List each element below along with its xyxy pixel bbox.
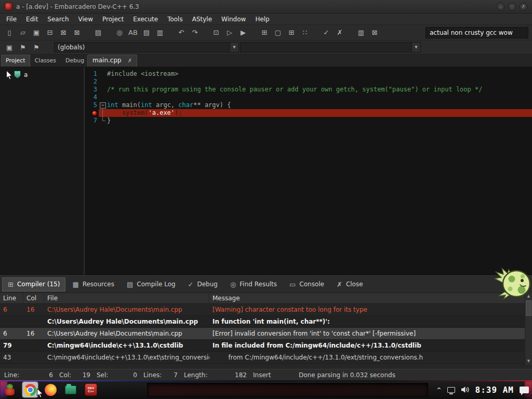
close-all-button[interactable]: ⊠ bbox=[70, 26, 84, 39]
compiler-row[interactable]: 616C:\Users\Audrey Hale\Documents\main.c… bbox=[0, 304, 532, 316]
close-button[interactable]: ✗ bbox=[520, 3, 527, 10]
compiler-row[interactable]: 616C:\Users\Audrey Hale\Documents\main.c… bbox=[0, 328, 532, 340]
save-all-button[interactable]: ⊟ bbox=[43, 26, 57, 39]
chrome-button[interactable] bbox=[22, 382, 38, 397]
menu-astyle[interactable]: AStyle bbox=[188, 14, 217, 24]
menu-help[interactable]: Help bbox=[250, 14, 274, 24]
code-line[interactable]: 3/* run this program using the console p… bbox=[85, 86, 532, 94]
print-button[interactable]: ▤ bbox=[91, 26, 105, 39]
project-options-button[interactable]: ⊞ bbox=[285, 26, 298, 39]
new-project-button[interactable]: ▢ bbox=[271, 26, 285, 39]
toggle-bookmark-button[interactable]: ⚑ bbox=[30, 42, 43, 53]
tab-find-results[interactable]: ◎Find Results bbox=[224, 277, 283, 291]
line-number: 3 bbox=[85, 86, 99, 94]
toolbar-icon: ▣ bbox=[6, 44, 12, 51]
find-button[interactable]: ◎ bbox=[113, 26, 126, 39]
menu-window[interactable]: Window bbox=[217, 14, 250, 24]
abort-compile-button[interactable]: ✗ bbox=[333, 26, 347, 39]
code-line[interactable]: 1#include <iostream> bbox=[85, 70, 532, 78]
menu-project[interactable]: Project bbox=[98, 14, 128, 24]
open-file-button[interactable]: ▱ bbox=[16, 26, 30, 39]
cell-col: 16 bbox=[23, 306, 44, 313]
class-browser-button[interactable]: ▣ bbox=[3, 42, 16, 53]
tab-console[interactable]: ▭Console bbox=[284, 277, 330, 291]
line-number: 5 bbox=[85, 101, 99, 109]
menu-tools[interactable]: Tools bbox=[163, 14, 188, 24]
scroll-down-icon[interactable] bbox=[525, 357, 532, 365]
maximize-button[interactable]: ▫ bbox=[508, 3, 516, 10]
minimize-button[interactable]: – bbox=[497, 3, 504, 10]
tab-project[interactable]: Project bbox=[1, 55, 30, 66]
table-scrollbar[interactable] bbox=[525, 292, 532, 365]
display-icon[interactable] bbox=[447, 387, 455, 393]
menu-label: Edit bbox=[26, 16, 38, 23]
devcpp-window: a - [a.dev] - Embarcadero Dev-C++ 6.3 –▫… bbox=[0, 0, 532, 380]
code-text: /* run this program using the console pa… bbox=[107, 86, 482, 94]
tab-compiler[interactable]: ⊞Compiler (15) bbox=[2, 277, 65, 291]
save-button[interactable]: ▣ bbox=[30, 26, 43, 39]
fold-toggle-icon[interactable] bbox=[99, 101, 107, 109]
chevron-down-icon[interactable] bbox=[411, 43, 420, 52]
tray-expand-icon[interactable] bbox=[436, 387, 441, 393]
menu-edit[interactable]: Edit bbox=[21, 14, 43, 24]
tab-icon: ▭ bbox=[289, 281, 296, 288]
members-combo[interactable] bbox=[240, 42, 421, 52]
menu-file[interactable]: File bbox=[2, 14, 21, 24]
menu-view[interactable]: View bbox=[74, 14, 98, 24]
tab-compile-log[interactable]: ▤Compile Log bbox=[121, 277, 181, 291]
code-line[interactable]: 4 bbox=[85, 94, 532, 101]
rebuild-all-button[interactable]: ⊞ bbox=[258, 26, 271, 39]
menu-label: AStyle bbox=[192, 16, 212, 23]
tab-main-cpp[interactable]: main.cpp bbox=[87, 55, 137, 66]
firefox-button[interactable] bbox=[43, 382, 58, 397]
goto-function-button[interactable]: ▤ bbox=[140, 26, 153, 39]
project-tree-item[interactable]: a bbox=[14, 71, 84, 78]
redo-button[interactable]: ↷ bbox=[188, 26, 202, 39]
code-line[interactable]: system('a.exe'); bbox=[85, 109, 532, 117]
compiler-table-header: LineColFileMessage bbox=[0, 292, 532, 304]
compile-button[interactable]: ⊡ bbox=[209, 26, 223, 39]
goto-bookmark-button[interactable]: ⚑ bbox=[16, 42, 30, 53]
speaker-icon[interactable] bbox=[461, 386, 470, 393]
compiler-row[interactable]: C:\Users\Audrey Hale\Documents\main.cppI… bbox=[0, 316, 532, 328]
goto-line-button[interactable]: ▥ bbox=[153, 26, 167, 39]
file-manager-button[interactable] bbox=[63, 382, 78, 397]
tab-debug-output[interactable]: ✓Debug bbox=[182, 277, 223, 291]
tab-classes[interactable]: Classes bbox=[30, 55, 61, 66]
devcpp-taskbar-button[interactable]: DEV C++ bbox=[83, 382, 99, 397]
scroll-thumb[interactable] bbox=[526, 300, 531, 316]
menubar: FileEditSearchViewProjectExecuteToolsASt… bbox=[0, 14, 532, 25]
menu-search[interactable]: Search bbox=[43, 14, 73, 24]
chat-icon[interactable] bbox=[520, 387, 529, 393]
compiler-select-combo[interactable]: actual non crusty gcc wow bbox=[425, 27, 528, 38]
code-line[interactable]: 2 bbox=[85, 78, 532, 86]
compile-run-button[interactable]: ▶ bbox=[236, 26, 250, 39]
delete-profiling-button[interactable]: ⊠ bbox=[368, 26, 381, 39]
close-file-button[interactable]: ⊠ bbox=[57, 26, 70, 39]
tab-close[interactable]: ✗Close bbox=[331, 277, 369, 291]
syntax-check-button[interactable]: ✓ bbox=[320, 26, 333, 39]
tab-resources[interactable]: ▦Resources bbox=[66, 277, 120, 291]
taskbar-clock[interactable]: 8:39 AM bbox=[475, 385, 514, 395]
replace-button[interactable]: AB bbox=[126, 26, 140, 39]
window-list-area[interactable] bbox=[147, 383, 428, 397]
app-launcher-button[interactable] bbox=[2, 382, 18, 397]
package-manager-button[interactable]: ∷ bbox=[298, 26, 312, 39]
code-line[interactable]: 5int main(int argc, char** argv) { bbox=[85, 101, 532, 109]
new-source-button[interactable]: ▯ bbox=[3, 26, 16, 39]
profile-button[interactable]: ▥ bbox=[354, 26, 368, 39]
menu-execute[interactable]: Execute bbox=[128, 14, 163, 24]
compiler-row[interactable]: 43C:\mingw64\include\c++\13.1.0\ext\stri… bbox=[0, 352, 532, 364]
undo-button[interactable]: ↶ bbox=[175, 26, 188, 39]
titlebar[interactable]: a - [a.dev] - Embarcadero Dev-C++ 6.3 –▫… bbox=[0, 0, 532, 14]
close-icon[interactable] bbox=[128, 58, 132, 63]
document-tabs: main.cpp bbox=[84, 55, 532, 66]
code-line[interactable]: 7} bbox=[85, 117, 532, 125]
fold-guide bbox=[99, 70, 107, 78]
chevron-down-icon[interactable] bbox=[230, 43, 238, 52]
globals-combo[interactable]: (globals) bbox=[54, 42, 239, 52]
run-button[interactable]: ▷ bbox=[223, 26, 236, 39]
code-editor[interactable]: 1#include <iostream>23/* run this progra… bbox=[85, 67, 532, 275]
toolbar-icon: ▤ bbox=[95, 29, 101, 36]
compiler-row[interactable]: 79C:\mingw64\include\c++\13.1.0\cstdlibI… bbox=[0, 340, 532, 352]
